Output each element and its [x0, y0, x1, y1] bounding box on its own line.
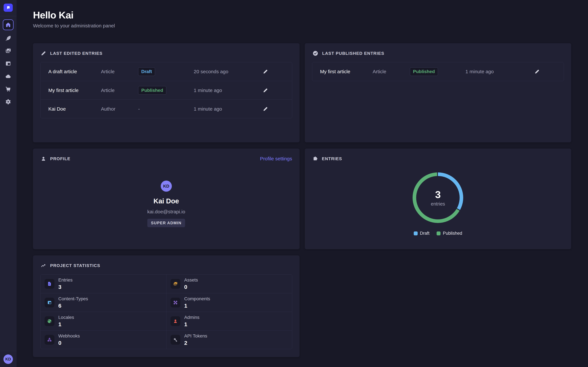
sidebar-item-content-type-builder[interactable]	[4, 60, 12, 67]
panel-header: PROJECT STATISTICS	[40, 262, 292, 269]
trending-up-icon	[40, 262, 47, 269]
strapi-logo	[4, 4, 13, 12]
entries-panel: ENTRIES 3 entries Draft Publis	[305, 149, 571, 249]
stats-grid: Entries 3 Assets	[40, 274, 292, 349]
sidebar-item-content-manager[interactable]	[4, 34, 12, 42]
sidebar: KD	[0, 0, 17, 367]
sidebar-footer: KD	[0, 351, 16, 367]
panel-title: PROJECT STATISTICS	[50, 263, 100, 268]
document-icon	[45, 279, 54, 289]
legend-label: Draft	[420, 231, 430, 236]
edit-entry-button[interactable]	[533, 68, 541, 75]
last-published-entries-panel: LAST PUBLISHED ENTRIES My first article …	[305, 43, 571, 142]
panel-header: LAST PUBLISHED ENTRIES	[312, 50, 564, 57]
cart-icon	[5, 85, 12, 93]
chart-legend: Draft Published	[414, 231, 462, 236]
panel-header: ENTRIES	[312, 155, 564, 162]
donut-center: 3 entries	[416, 176, 460, 219]
project-statistics-panel: PROJECT STATISTICS Entries 3	[33, 255, 300, 357]
sidebar-item-media-library[interactable]	[4, 47, 12, 55]
stat-label: Webhooks	[58, 334, 80, 339]
legend-item-published: Published	[437, 231, 462, 236]
table-row[interactable]: A draft article Article Draft 20 seconds…	[41, 62, 292, 81]
pencil-icon	[40, 50, 47, 57]
person-icon	[171, 316, 180, 326]
profile-body: KD Kai Doe kai.doe@strapi.io SUPER ADMIN	[40, 181, 292, 227]
stat-components: Components 1	[166, 293, 292, 312]
entry-name: My first article	[48, 88, 101, 93]
dashboard-grid: LAST EDITED ENTRIES A draft article Arti…	[33, 43, 571, 357]
stat-entries: Entries 3	[41, 275, 166, 293]
home-icon	[5, 22, 11, 28]
stat-label: Admins	[184, 315, 199, 320]
profile-panel: PROFILE Profile settings KD Kai Doe kai.…	[33, 149, 300, 249]
published-swatch	[437, 232, 441, 235]
stat-value: 2	[184, 340, 207, 346]
edit-entry-button[interactable]	[262, 105, 269, 113]
entry-type: Article	[101, 88, 138, 93]
table-row[interactable]: Kai Doe Author - 1 minute ago	[41, 100, 292, 118]
cloud-icon	[5, 73, 12, 80]
panel-header: LAST EDITED ENTRIES	[40, 50, 292, 57]
stat-value: 1	[184, 321, 199, 327]
sidebar-item-settings[interactable]	[4, 98, 12, 106]
sidebar-footer-divider	[0, 351, 16, 351]
profile-settings-link[interactable]: Profile settings	[260, 156, 292, 161]
stat-value: 3	[58, 284, 72, 290]
sidebar-item-deploy[interactable]	[4, 73, 12, 80]
key-icon	[171, 335, 180, 345]
stat-api-tokens: API Tokens 2	[166, 330, 292, 349]
pencil-icon	[262, 69, 268, 75]
entry-status: Draft	[138, 67, 194, 76]
stat-label: Assets	[184, 277, 198, 283]
entry-type: Article	[101, 69, 138, 74]
entry-name: My first article	[320, 69, 373, 74]
entry-type: Article	[373, 69, 410, 74]
stat-locales: Locales 1	[41, 312, 166, 330]
stat-label: Locales	[58, 315, 74, 320]
panel-title: LAST EDITED ENTRIES	[50, 51, 103, 56]
status-empty: -	[138, 106, 140, 112]
status-badge: Published	[410, 67, 438, 76]
panel-header: PROFILE Profile settings	[40, 155, 292, 162]
page-title: Hello Kai	[33, 9, 571, 21]
edit-entry-button[interactable]	[262, 68, 269, 75]
main-content: Hello Kai Welcome to your administration…	[17, 0, 588, 357]
stat-label: API Tokens	[184, 334, 207, 339]
stat-admins: Admins 1	[166, 312, 292, 330]
table-row[interactable]: My first article Article Published 1 min…	[312, 62, 564, 81]
stat-label: Content-Types	[58, 296, 88, 301]
entry-time: 20 seconds ago	[194, 69, 262, 74]
layout-icon	[5, 60, 12, 67]
panel-title: PROFILE	[50, 156, 70, 161]
status-badge: Published	[138, 86, 166, 95]
user-avatar[interactable]: KD	[3, 354, 13, 364]
entry-status: Published	[410, 67, 466, 76]
pencil-icon	[262, 87, 268, 93]
status-badge: Draft	[138, 67, 155, 76]
last-edited-entries-panel: LAST EDITED ENTRIES A draft article Arti…	[33, 43, 300, 142]
picture-icon	[171, 279, 180, 289]
stat-label: Entries	[58, 277, 72, 283]
sidebar-item-home[interactable]	[3, 19, 14, 30]
stat-value: 6	[58, 303, 88, 309]
layout-icon	[45, 298, 54, 308]
edit-entry-button[interactable]	[262, 87, 269, 94]
panel-title: LAST PUBLISHED ENTRIES	[322, 51, 384, 56]
entry-type: Author	[101, 106, 138, 112]
profile-email: kai.doe@strapi.io	[147, 209, 185, 215]
table-row[interactable]: My first article Article Published 1 min…	[41, 81, 292, 100]
entries-donut-chart: 3 entries	[413, 172, 463, 223]
stat-label: Components	[184, 296, 210, 301]
sidebar-nav	[0, 16, 16, 111]
legend-item-draft: Draft	[414, 231, 430, 236]
pencil-icon	[534, 69, 540, 75]
gear-icon	[5, 98, 12, 105]
last-published-table: My first article Article Published 1 min…	[312, 62, 564, 81]
last-edited-table: A draft article Article Draft 20 seconds…	[40, 62, 292, 118]
check-circle-icon	[312, 50, 319, 57]
sidebar-item-marketplace[interactable]	[4, 85, 12, 93]
stat-value: 0	[58, 340, 80, 346]
entry-time: 1 minute ago	[466, 69, 533, 74]
role-badge: SUPER ADMIN	[147, 219, 185, 227]
